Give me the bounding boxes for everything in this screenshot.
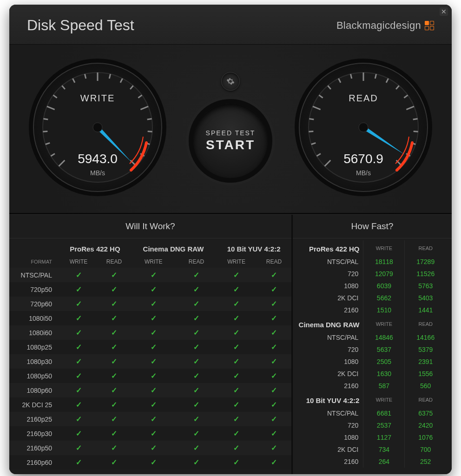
check-cell: ✓ xyxy=(131,397,177,412)
check-cell: ✓ xyxy=(177,455,216,469)
check-cell: ✓ xyxy=(177,340,216,354)
read-value: 2391 xyxy=(405,356,446,368)
resolution-label: 720 xyxy=(298,344,363,356)
table-row: 2160p60✓✓✓✓✓✓ xyxy=(9,455,291,469)
check-cell: ✓ xyxy=(257,369,291,383)
read-value: 17289 xyxy=(405,256,446,268)
check-icon: ✓ xyxy=(233,415,239,423)
check-icon: ✓ xyxy=(193,401,199,409)
check-icon: ✓ xyxy=(271,415,277,423)
read-gauge-label: READ xyxy=(294,93,433,104)
svg-line-19 xyxy=(147,119,152,120)
check-cell: ✓ xyxy=(59,441,98,455)
check-cell: ✓ xyxy=(257,426,291,441)
check-icon: ✓ xyxy=(193,386,199,394)
check-icon: ✓ xyxy=(193,300,199,308)
table-row: 2160p50✓✓✓✓✓✓ xyxy=(9,441,291,455)
svg-line-46 xyxy=(414,131,418,132)
read-value: 560 xyxy=(405,380,446,392)
write-gauge: WRITE 5943.0 MB/s xyxy=(28,58,167,197)
check-cell: ✓ xyxy=(131,340,177,354)
table-row: 1080p25✓✓✓✓✓✓ xyxy=(9,340,291,354)
check-icon: ✓ xyxy=(193,314,199,322)
check-cell: ✓ xyxy=(98,340,131,354)
svg-line-32 xyxy=(309,131,313,132)
table-row: 2K DCI 1630 1556 xyxy=(298,368,446,380)
read-gauge-unit: MB/s xyxy=(294,169,433,177)
codec-group-label: Cinema DNG RAW xyxy=(298,316,363,331)
check-cell: ✓ xyxy=(216,426,257,441)
write-gauge-value: 5943.0 xyxy=(28,152,167,166)
check-cell: ✓ xyxy=(59,369,98,383)
check-icon: ✓ xyxy=(111,401,117,409)
resolution-label: 1080 xyxy=(298,356,363,368)
check-cell: ✓ xyxy=(98,397,131,412)
check-cell: ✓ xyxy=(98,369,131,383)
svg-line-20 xyxy=(148,131,152,132)
write-value: 18118 xyxy=(363,256,405,268)
check-icon: ✓ xyxy=(151,401,157,409)
resolution-label: NTSC/PAL xyxy=(298,256,363,268)
check-icon: ✓ xyxy=(151,329,157,337)
check-icon: ✓ xyxy=(271,444,277,452)
check-icon: ✓ xyxy=(193,430,199,437)
check-icon: ✓ xyxy=(151,357,157,365)
write-value: 5662 xyxy=(363,292,405,304)
check-cell: ✓ xyxy=(216,383,257,397)
check-cell: ✓ xyxy=(59,383,98,397)
check-cell: ✓ xyxy=(177,426,216,441)
start-line2: START xyxy=(206,138,255,152)
check-cell: ✓ xyxy=(59,282,98,297)
settings-button[interactable] xyxy=(221,72,240,91)
check-cell: ✓ xyxy=(131,426,177,441)
write-value: 734 xyxy=(363,443,405,456)
format-label: NTSC/PAL xyxy=(9,268,59,282)
check-icon: ✓ xyxy=(151,458,157,466)
check-cell: ✓ xyxy=(257,340,291,354)
check-cell: ✓ xyxy=(177,268,216,282)
svg-line-45 xyxy=(413,119,418,120)
write-value: 12079 xyxy=(363,268,405,280)
check-cell: ✓ xyxy=(98,354,131,369)
check-icon: ✓ xyxy=(76,444,82,452)
check-icon: ✓ xyxy=(151,343,157,351)
start-button[interactable]: SPEED TEST START xyxy=(189,99,272,183)
table-row: 720 5637 5379 xyxy=(298,344,446,356)
check-icon: ✓ xyxy=(111,300,117,308)
codec-group-label: 10 Bit YUV 4:2:2 xyxy=(298,392,363,407)
check-cell: ✓ xyxy=(59,455,98,469)
check-icon: ✓ xyxy=(233,458,239,466)
check-icon: ✓ xyxy=(151,386,157,394)
write-value: 2505 xyxy=(363,356,405,368)
table-row: 1080p50✓✓✓✓✓✓ xyxy=(9,369,291,383)
check-cell: ✓ xyxy=(177,311,216,325)
table-row: NTSC/PAL✓✓✓✓✓✓ xyxy=(9,268,291,282)
table-row: NTSC/PAL 6681 6375 xyxy=(298,407,446,419)
check-cell: ✓ xyxy=(59,311,98,325)
check-icon: ✓ xyxy=(76,357,82,365)
check-icon: ✓ xyxy=(233,357,239,365)
write-value: 6039 xyxy=(363,280,405,292)
check-cell: ✓ xyxy=(177,397,216,412)
read-gauge-value: 5670.9 xyxy=(294,152,433,166)
format-label: 2160p50 xyxy=(9,441,59,455)
table-row: 1080 1127 1076 xyxy=(298,431,446,443)
resolution-label: NTSC/PAL xyxy=(298,331,363,344)
check-cell: ✓ xyxy=(257,455,291,469)
resolution-label: 2K DCI xyxy=(298,368,363,380)
check-cell: ✓ xyxy=(131,325,177,340)
write-value: 14846 xyxy=(363,331,405,344)
table-row: 1080p60✓✓✓✓✓✓ xyxy=(9,383,291,397)
check-icon: ✓ xyxy=(233,314,239,322)
format-label: 1080i60 xyxy=(9,325,59,340)
check-icon: ✓ xyxy=(76,415,82,423)
close-icon[interactable]: ✕ xyxy=(440,7,448,16)
read-value: 1076 xyxy=(405,431,446,443)
check-cell: ✓ xyxy=(216,297,257,311)
svg-point-25 xyxy=(93,123,102,132)
check-cell: ✓ xyxy=(59,426,98,441)
check-cell: ✓ xyxy=(98,426,131,441)
check-cell: ✓ xyxy=(131,369,177,383)
format-label: 2160p30 xyxy=(9,426,59,441)
check-cell: ✓ xyxy=(177,354,216,369)
